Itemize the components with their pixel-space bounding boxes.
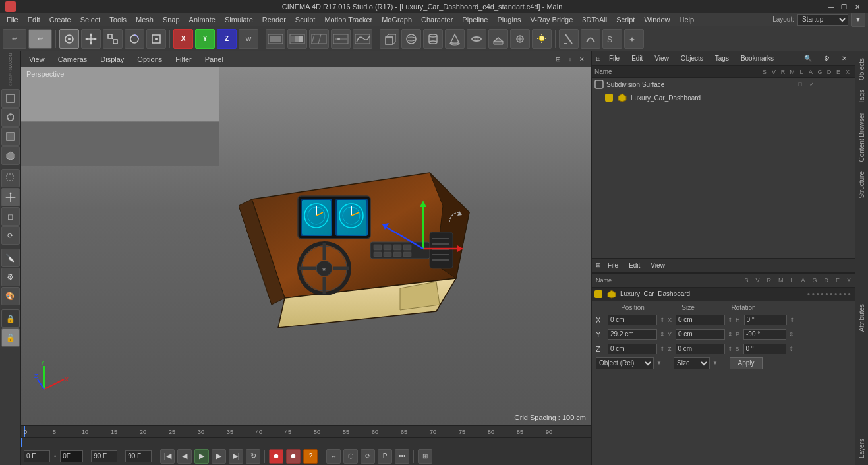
object-mode-btn[interactable] <box>1 89 20 108</box>
rotate-tool-button[interactable] <box>125 29 144 49</box>
layout-dropdown[interactable]: Startup Standard BP UV Edit <box>797 14 848 26</box>
viewport-view-menu[interactable]: View <box>25 54 49 65</box>
sphere-button[interactable] <box>401 29 421 49</box>
menu-plugins[interactable]: Plugins <box>493 15 525 25</box>
knife-button[interactable] <box>559 29 579 49</box>
viewport-panel-menu[interactable]: Panel <box>201 54 227 65</box>
transform-tool-button[interactable] <box>146 29 166 49</box>
viewport-3d[interactable]: ★ <box>21 67 591 425</box>
p-rotation-input[interactable] <box>743 329 786 340</box>
move-tool-button[interactable] <box>81 29 101 49</box>
animation-record-button[interactable] <box>309 29 329 49</box>
rotate-key-button[interactable]: ⟳ <box>361 449 375 464</box>
object-manager-view-menu[interactable]: View <box>651 53 673 63</box>
menu-sculpt[interactable]: Sculpt <box>291 15 320 25</box>
menu-character[interactable]: Character <box>417 15 457 25</box>
menu-mesh[interactable]: Mesh <box>132 15 158 25</box>
menu-tools[interactable]: Tools <box>105 15 130 25</box>
plane-button[interactable] <box>488 29 508 49</box>
viewport-corner-btn-3[interactable]: ✕ <box>577 54 587 65</box>
attributes-tab[interactable]: Attributes <box>857 300 867 336</box>
render-region-button[interactable] <box>266 29 285 49</box>
menu-snap[interactable]: Snap <box>159 15 184 25</box>
menu-script[interactable]: Script <box>612 15 639 25</box>
undo-button[interactable]: ↩ <box>3 29 26 49</box>
z-size-input[interactable] <box>676 344 725 354</box>
objects-tab[interactable]: Objects <box>857 54 867 84</box>
layout-expand-btn[interactable]: ▼ <box>851 13 865 27</box>
point-key-button[interactable]: ••• <box>395 449 409 464</box>
cylinder-button[interactable] <box>423 29 443 49</box>
point-mode-btn[interactable] <box>1 108 20 127</box>
object-filter-btn[interactable]: ⚙ <box>820 53 834 63</box>
z-axis-button[interactable]: Z <box>217 29 237 49</box>
prev-frame-button[interactable]: ◀ <box>177 449 192 464</box>
record-active-button[interactable]: ⏺ <box>269 449 283 464</box>
world-axis-button[interactable]: W <box>239 29 258 49</box>
minimize-button[interactable]: — <box>826 1 836 12</box>
floor-lock-btn[interactable]: 🔒 <box>1 309 20 328</box>
object-manager-file-menu[interactable]: File <box>605 53 623 63</box>
viewport-display-menu[interactable]: Display <box>96 54 128 65</box>
edge-mode-btn[interactable] <box>1 127 20 146</box>
coord-mode-select[interactable]: Object (Rel) World Object (Abs) <box>596 357 654 369</box>
magnet-tool-btn[interactable]: ⚙ <box>1 268 20 286</box>
y-axis-button[interactable]: Y <box>195 29 215 49</box>
y-position-input[interactable] <box>608 329 657 340</box>
rotate-tool-btn[interactable]: ⟳ <box>1 226 20 245</box>
paint-tool-btn[interactable]: 🎨 <box>1 287 20 305</box>
torus-button[interactable] <box>467 29 486 49</box>
menu-create[interactable]: Create <box>45 15 75 25</box>
frame-render-button[interactable] <box>287 29 307 49</box>
structure-tab[interactable]: Structure <box>857 168 867 202</box>
timeline-button[interactable] <box>331 29 351 49</box>
menu-help[interactable]: Help <box>676 15 699 25</box>
start-frame-input[interactable] <box>24 450 50 462</box>
model-mode-button[interactable] <box>59 29 79 49</box>
y-size-input[interactable] <box>676 329 725 340</box>
playhead[interactable] <box>21 438 22 447</box>
bend-button[interactable] <box>581 29 600 49</box>
autokey-button[interactable]: ? <box>303 449 318 464</box>
poly-mode-btn[interactable] <box>1 146 20 165</box>
loop-button[interactable]: ↻ <box>246 449 260 464</box>
menu-select[interactable]: Select <box>76 15 105 25</box>
record-button[interactable]: ⏺ <box>286 449 301 464</box>
maximize-button[interactable]: ❐ <box>839 1 850 12</box>
viewport-corner-btn-1[interactable]: ⊞ <box>553 54 564 65</box>
z-position-input[interactable] <box>608 344 657 354</box>
size-mode-select[interactable]: Size Scale <box>674 357 710 369</box>
goto-end-button[interactable]: ▶| <box>229 449 243 464</box>
mat-file-menu[interactable]: File <box>604 261 622 270</box>
snap-to-frame-button[interactable]: ⊞ <box>418 449 432 464</box>
object-manager-edit-menu[interactable]: Edit <box>627 53 647 63</box>
b-rotation-input[interactable] <box>743 344 786 354</box>
floor-unlock-btn[interactable]: 🔓 <box>1 328 20 347</box>
subdivision-surface-row[interactable]: Subdivision Surface □ ✓ <box>592 78 855 91</box>
menu-mograph[interactable]: MoGraph <box>378 15 416 25</box>
play-button[interactable]: ▶ <box>194 449 209 464</box>
menu-edit[interactable]: Edit <box>24 15 44 25</box>
object-manager-bookmarks-menu[interactable]: Bookmarks <box>737 53 778 63</box>
object-manager-objects-menu[interactable]: Objects <box>677 53 707 63</box>
scale-tool-button[interactable] <box>103 29 123 49</box>
viewport-options-menu[interactable]: Options <box>133 54 166 65</box>
object-close-btn[interactable]: ✕ <box>838 53 851 63</box>
redo-button[interactable]: ↩ <box>28 29 52 49</box>
curve-editor-button[interactable] <box>353 29 372 49</box>
end-frame-input2[interactable] <box>125 450 152 462</box>
viewport-cameras-menu[interactable]: Cameras <box>54 54 92 65</box>
cube-button[interactable] <box>380 29 399 49</box>
move-key-button[interactable]: ↔ <box>326 449 341 464</box>
scale-tool-btn[interactable]: ◻ <box>1 207 20 226</box>
goto-start-button[interactable]: |◀ <box>160 449 175 464</box>
close-button[interactable]: ✕ <box>852 1 863 12</box>
luxury-car-dashboard-row-2[interactable]: Luxury_Car_Dashboard ● ● ● ● ● ● ● ● ● <box>592 288 855 301</box>
scale-key-button[interactable]: ⬡ <box>343 449 358 464</box>
param-key-button[interactable]: P <box>378 449 392 464</box>
menu-window[interactable]: Window <box>640 15 674 25</box>
luxury-car-dashboard-row[interactable]: Luxury_Car_Dashboard <box>592 91 855 104</box>
tags-tab[interactable]: Tags <box>857 86 867 108</box>
menu-simulate[interactable]: Simulate <box>221 15 257 25</box>
cone-button[interactable] <box>445 29 465 49</box>
